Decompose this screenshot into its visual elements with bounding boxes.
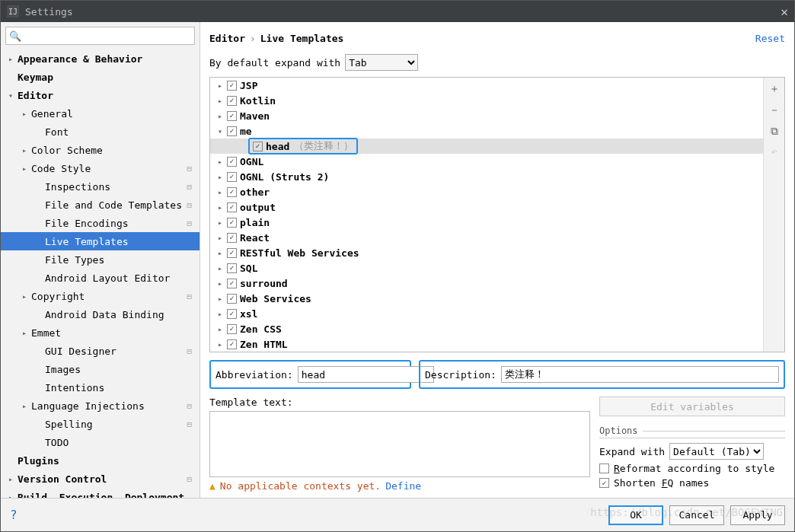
template-item[interactable]: ▸✓React [210,230,763,245]
template-checkbox[interactable]: ✓ [227,187,237,197]
template-text-area[interactable] [209,411,590,477]
copy-template-icon[interactable]: ⧉ [771,125,778,138]
template-checkbox[interactable]: ✓ [227,339,237,349]
template-checkbox[interactable]: ✓ [227,294,237,304]
expand-arrow-icon[interactable]: ▾ [8,91,18,100]
expand-arrow-icon[interactable]: ▸ [218,340,227,349]
template-checkbox[interactable]: ✓ [227,96,237,106]
expand-arrow-icon[interactable]: ▸ [218,264,227,272]
add-template-icon[interactable]: ＋ [769,82,780,96]
expand-arrow-icon[interactable]: ▸ [218,173,227,181]
expand-arrow-icon[interactable]: ▸ [218,249,227,257]
close-icon[interactable]: ✕ [781,5,788,19]
sidebar-item[interactable]: Keymap [1,68,200,86]
sidebar-item[interactable]: ▸Version Control⊟ [1,470,200,488]
template-checkbox[interactable]: ✓ [227,157,237,167]
expand-arrow-icon[interactable]: ▸ [218,188,227,196]
sidebar-item[interactable]: TODO [1,433,200,451]
sidebar-item[interactable]: ▾Editor [1,86,200,104]
expand-arrow-icon[interactable]: ▸ [8,55,18,63]
option-expand-select[interactable]: Default (Tab) [669,443,764,460]
expand-arrow-icon[interactable]: ▸ [218,112,227,120]
sidebar-item[interactable]: ▸Appearance & Behavior [1,49,200,68]
sidebar-item[interactable]: ▸Code Style⊟ [1,159,200,177]
template-item[interactable]: ▸✓RESTful Web Services [210,245,763,260]
help-icon[interactable]: ? [10,508,18,522]
template-checkbox[interactable]: ✓ [227,309,237,319]
expand-arrow-icon[interactable]: ▸ [22,110,31,118]
template-item[interactable]: ▸✓OGNL [210,154,763,169]
template-item[interactable]: ▸✓JSP [210,78,763,93]
search-box[interactable]: 🔍 [5,27,195,45]
template-checkbox[interactable]: ✓ [227,263,237,273]
expand-arrow-icon[interactable]: ▸ [22,402,31,410]
template-checkbox[interactable]: ✓ [227,218,237,228]
template-checkbox[interactable]: ✓ [227,172,237,182]
expand-arrow-icon[interactable]: ▸ [218,279,227,288]
sidebar-item[interactable]: GUI Designer⊟ [1,342,200,360]
sidebar-item[interactable]: Images [1,360,200,378]
define-context-link[interactable]: Define [385,480,421,492]
expand-arrow-icon[interactable]: ▸ [22,329,31,337]
template-item[interactable]: ▸✓SQL [210,260,763,276]
expand-arrow-icon[interactable]: ▸ [218,295,227,303]
sidebar-item[interactable]: Android Data Binding [1,305,200,323]
cancel-button[interactable]: Cancel [669,505,724,525]
expand-arrow-icon[interactable]: ▸ [218,218,227,227]
sidebar-item[interactable]: ▸Copyright⊟ [1,287,200,305]
sidebar-item[interactable]: ▸Language Injections⊟ [1,397,200,415]
template-checkbox[interactable]: ✓ [227,233,237,243]
template-checkbox[interactable]: ✓ [227,126,237,136]
sidebar-item[interactable]: ▸General [1,104,200,123]
template-item[interactable]: ▸✓other [210,184,763,199]
template-item[interactable]: ▸✓Web Services [210,291,763,306]
sidebar-item[interactable]: File Encodings⊟ [1,214,200,232]
apply-button[interactable]: Apply [730,505,785,525]
sidebar-item[interactable]: Android Layout Editor [1,269,200,287]
template-checkbox[interactable]: ✓ [227,279,237,288]
sidebar-item[interactable]: File Types [1,250,200,269]
revert-template-icon[interactable]: ↶ [771,145,777,158]
template-checkbox[interactable]: ✓ [253,142,263,151]
remove-template-icon[interactable]: － [769,104,780,117]
expand-arrow-icon[interactable]: ▸ [218,325,227,333]
expand-arrow-icon[interactable]: ▸ [218,234,227,242]
templates-list[interactable]: ▸✓JSP▸✓Kotlin▸✓Maven▾✓me✓head（类注释！）▸✓OGN… [210,78,763,352]
sidebar-item[interactable]: Intentions [1,378,200,397]
shorten-checkbox[interactable]: ✓ [599,478,609,488]
expand-arrow-icon[interactable]: ▸ [8,475,18,483]
expand-arrow-icon[interactable]: ▸ [22,292,31,301]
sidebar-item[interactable]: Inspections⊟ [1,177,200,196]
template-item[interactable]: ▸✓Maven [210,108,763,123]
abbreviation-input[interactable] [298,366,434,383]
settings-tree[interactable]: ▸Appearance & BehaviorKeymap▾Editor▸Gene… [1,49,200,498]
reset-link[interactable]: Reset [755,33,785,44]
expand-arrow-icon[interactable]: ▸ [218,203,227,212]
sidebar-item[interactable]: Live Templates [1,232,200,250]
sidebar-item[interactable]: Spelling⊟ [1,415,200,433]
description-input[interactable] [501,366,779,383]
template-item[interactable]: ▾✓me [210,123,763,139]
template-item[interactable]: ▸✓Kotlin [210,93,763,108]
template-checkbox[interactable]: ✓ [227,202,237,212]
sidebar-item[interactable]: ▸Build, Execution, Deployment [1,488,200,498]
sidebar-item[interactable]: Font [1,123,200,141]
template-item[interactable]: ▸✓surround [210,276,763,291]
option-shorten[interactable]: ✓ Shorten FQ names [599,477,785,489]
option-reformat[interactable]: Reformat according to style [599,463,785,474]
template-item[interactable]: ▸✓OGNL (Struts 2) [210,169,763,184]
template-checkbox[interactable]: ✓ [227,111,237,121]
expand-arrow-icon[interactable]: ▸ [218,97,227,105]
sidebar-item[interactable]: Plugins [1,451,200,470]
template-item[interactable]: ▸✓Zen CSS [210,321,763,336]
expand-arrow-icon[interactable]: ▸ [218,158,227,166]
template-item[interactable]: ▸✓Zen HTML [210,336,763,352]
template-item[interactable]: ▸✓xsl [210,306,763,321]
expand-arrow-icon[interactable]: ▸ [218,310,227,318]
template-checkbox[interactable]: ✓ [227,248,237,258]
expand-arrow-icon[interactable]: ▸ [22,164,31,173]
search-input[interactable] [24,30,191,42]
sidebar-item[interactable]: File and Code Templates⊟ [1,196,200,214]
expand-arrow-icon[interactable]: ▾ [218,127,227,135]
reformat-checkbox[interactable] [599,464,609,473]
